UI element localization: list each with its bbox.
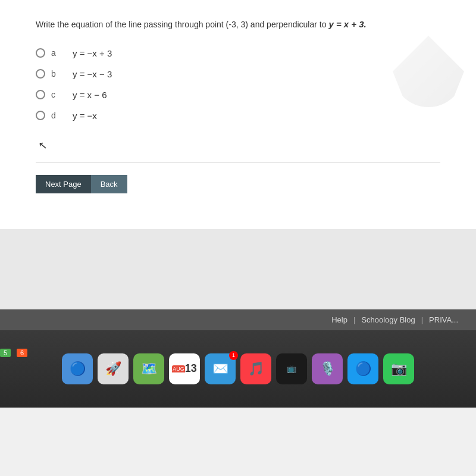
option-d[interactable]: d y = −x <box>36 111 440 121</box>
main-content: Write the equation of the line passing t… <box>0 0 476 229</box>
corner-number-2: 6 <box>17 349 27 357</box>
music-icon[interactable]: 🎵 <box>240 353 271 384</box>
launchpad-icon[interactable]: 🚀 <box>98 353 129 384</box>
option-b-formula: y = −x − 3 <box>73 69 112 79</box>
facetime-icon[interactable]: 📷 <box>383 353 414 384</box>
separator-2: | <box>421 315 423 324</box>
radio-a[interactable] <box>36 48 45 58</box>
option-b-label: b <box>51 69 61 79</box>
mail-icon[interactable]: ✉️ 1 <box>205 353 236 384</box>
help-link[interactable]: Help <box>331 315 347 324</box>
question-formula: y = x + 3. <box>328 19 366 29</box>
blog-link[interactable]: Schoology Blog <box>361 315 415 324</box>
calendar-icon[interactable]: AUG 13 <box>169 353 200 384</box>
option-c[interactable]: c y = x − 6 <box>36 90 440 100</box>
privacy-link[interactable]: PRIVA... <box>429 315 458 324</box>
option-d-formula: y = −x <box>73 111 97 121</box>
cursor-icon: ↖ <box>37 138 48 152</box>
option-c-label: c <box>51 90 61 99</box>
back-button[interactable]: Back <box>91 175 127 193</box>
corner-number-1: 5 <box>0 349 11 357</box>
cursor-area: ↖ <box>36 139 440 151</box>
lower-section: Help | Schoology Blog | PRIVA... 5 6 🔵 🚀… <box>0 229 476 408</box>
option-c-formula: y = x − 6 <box>73 90 107 100</box>
option-a-formula: y = −x + 3 <box>73 48 112 58</box>
mail-badge: 1 <box>229 351 238 360</box>
option-b[interactable]: b y = −x − 3 <box>36 69 440 79</box>
radio-c[interactable] <box>36 90 45 99</box>
separator-1: | <box>353 315 355 324</box>
options-list: a y = −x + 3 b y = −x − 3 c y = x − 6 d … <box>36 48 440 121</box>
divider <box>36 162 440 163</box>
appstore-icon[interactable]: 🔵 <box>347 353 378 384</box>
maps-icon[interactable]: 🗺️ <box>133 353 164 384</box>
next-page-button[interactable]: Next Page <box>36 175 91 193</box>
buttons-row: Next Page Back <box>36 175 440 193</box>
option-a-label: a <box>51 48 61 58</box>
question-text: Write the equation of the line passing t… <box>36 18 440 32</box>
option-d-label: d <box>51 111 61 120</box>
taskbar: 5 6 🔵 🚀 🗺️ AUG 13 ✉️ 1 🎵 📺 🎙️ 🔵 📷 <box>0 330 476 408</box>
radio-b[interactable] <box>36 69 45 79</box>
option-a[interactable]: a y = −x + 3 <box>36 48 440 58</box>
bottom-bar: Help | Schoology Blog | PRIVA... <box>0 309 476 330</box>
finder-icon[interactable]: 🔵 <box>62 353 93 384</box>
appletv-icon[interactable]: 📺 <box>276 353 307 384</box>
watermark-area <box>393 36 464 107</box>
podcast-icon[interactable]: 🎙️ <box>312 353 343 384</box>
radio-d[interactable] <box>36 111 45 120</box>
